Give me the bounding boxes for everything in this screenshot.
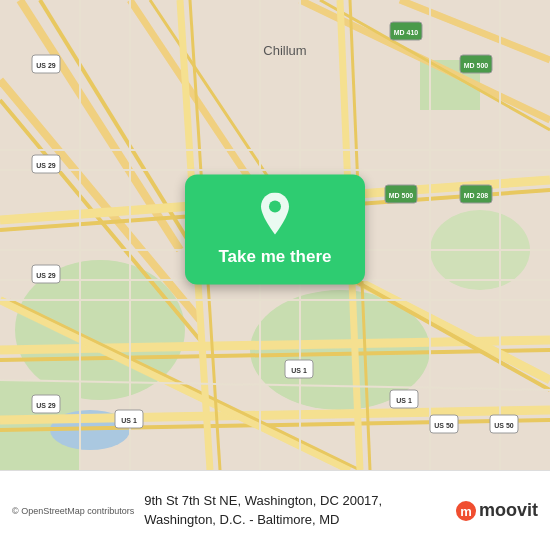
svg-text:MD 410: MD 410 xyxy=(394,29,419,36)
svg-text:US 50: US 50 xyxy=(434,422,454,429)
svg-point-69 xyxy=(269,201,281,213)
svg-text:US 29: US 29 xyxy=(36,402,56,409)
svg-text:US 1: US 1 xyxy=(121,417,137,424)
map-area[interactable]: US 29 US 29 US 29 US 29 MD 410 MD 500 MD… xyxy=(0,0,550,470)
svg-text:m: m xyxy=(460,504,472,519)
svg-text:Chillum: Chillum xyxy=(263,43,306,58)
map-pin-icon xyxy=(257,193,293,237)
take-me-there-button[interactable]: Take me there xyxy=(185,175,365,285)
osm-credit: © OpenStreetMap contributors xyxy=(12,506,134,516)
svg-text:MD 500: MD 500 xyxy=(464,62,489,69)
bottom-bar: © OpenStreetMap contributors 9th St 7th … xyxy=(0,470,550,550)
moovit-text: moovit xyxy=(479,500,538,521)
svg-text:US 50: US 50 xyxy=(494,422,514,429)
moovit-icon: m xyxy=(455,500,477,522)
svg-text:US 29: US 29 xyxy=(36,162,56,169)
moovit-logo: m moovit xyxy=(455,500,538,522)
svg-text:MD 500: MD 500 xyxy=(389,192,414,199)
address-text: 9th St 7th St NE, Washington, DC 20017, … xyxy=(144,492,447,528)
svg-text:US 29: US 29 xyxy=(36,62,56,69)
svg-text:MD 208: MD 208 xyxy=(464,192,489,199)
svg-text:US 1: US 1 xyxy=(291,367,307,374)
take-me-there-label: Take me there xyxy=(218,247,331,267)
svg-text:US 1: US 1 xyxy=(396,397,412,404)
svg-text:US 29: US 29 xyxy=(36,272,56,279)
